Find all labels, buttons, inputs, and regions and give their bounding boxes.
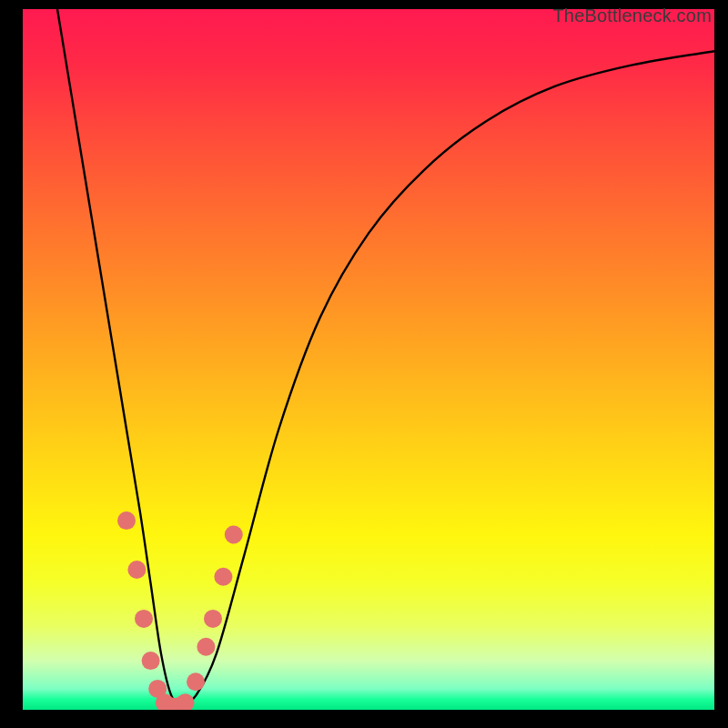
bottleneck-curve xyxy=(57,9,714,703)
chart-frame: TheBottleneck.com xyxy=(0,0,728,728)
highlight-dot xyxy=(177,693,195,710)
highlight-dots xyxy=(117,511,243,710)
highlight-dot xyxy=(187,672,205,691)
highlight-dot xyxy=(117,511,136,530)
highlight-dot xyxy=(197,638,215,656)
highlight-dot xyxy=(214,568,232,586)
curve-layer xyxy=(23,9,714,710)
highlight-dot xyxy=(142,652,160,670)
highlight-dot xyxy=(127,561,146,579)
plot-area xyxy=(23,9,714,710)
highlight-dot xyxy=(204,610,222,628)
highlight-dot xyxy=(225,526,243,544)
highlight-dot xyxy=(135,610,153,628)
